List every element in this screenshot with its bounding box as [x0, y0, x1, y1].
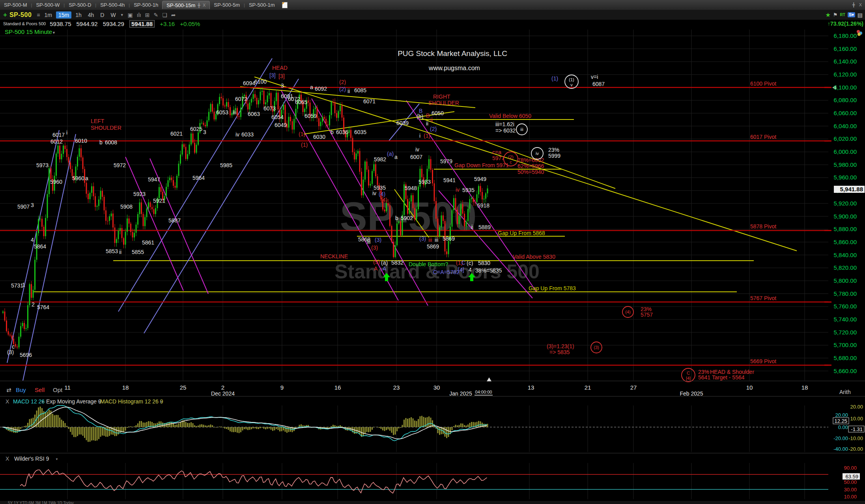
price-axis-label: 5,840.00 [834, 252, 857, 258]
annotation: 5887 [168, 217, 181, 224]
quote-last: 5941.88 [129, 20, 155, 28]
svg-text:▼: ▼ [97, 400, 101, 404]
pivot-label: 6017 Pivot [750, 134, 776, 140]
symbol-fullname: Standard & Poors 500 [0, 21, 50, 26]
svg-text:12.25: 12.25 [834, 418, 847, 424]
symbol-label[interactable]: SP-500 [9, 11, 35, 19]
annotation: 5918 [477, 202, 489, 209]
annotation: 5641 [698, 374, 710, 381]
annotation: Double Bottom? [409, 261, 448, 267]
annotation: Valid Below 6050 [489, 113, 531, 119]
tab-SP-500-1m[interactable]: SP-500-1m [245, 1, 279, 9]
timeframe-W[interactable]: W [108, 11, 118, 19]
annotation: 6025 [190, 126, 202, 132]
svg-text:▼: ▼ [41, 400, 44, 404]
tab-SP-500-D[interactable]: SP-500-D [65, 1, 95, 9]
tab-SP-500-4h[interactable]: SP-500-4h [96, 1, 129, 9]
annotation: 6092 [315, 86, 327, 92]
annotation: Valid Above 5830 [513, 254, 555, 260]
period-strip[interactable] [0, 501, 865, 504]
tab-SP-500-W[interactable]: SP-500-W [32, 1, 64, 9]
price-axis-label: 6,060.00 [834, 110, 857, 116]
macd-hist-axis-label: 20.00 [850, 404, 863, 410]
price-axis-label: 6,180.00 [834, 32, 857, 39]
annotation: b [331, 129, 334, 135]
tab-SP-500-M[interactable]: SP-500-M [0, 1, 31, 9]
annotation: (1) [424, 133, 430, 139]
price-axis-label: 5,860.00 [834, 239, 857, 245]
annotation: 6087 [592, 81, 605, 87]
timeframe-1m[interactable]: 1m [42, 11, 54, 19]
flag-icon[interactable]: ⚑ [833, 12, 838, 18]
price-axis-label: 5,780.00 [834, 290, 857, 297]
annotation: (1) [299, 131, 305, 137]
tab-SP-500-15m[interactable]: SP-500-15m╋X [162, 1, 210, 9]
annotation: 6071 [363, 98, 376, 105]
add-symbol-icon[interactable]: + [0, 11, 9, 19]
tab-move-icon[interactable]: ╋ [198, 3, 200, 8]
copy-pages-icon[interactable]: ❏ [160, 12, 169, 18]
chart-svg[interactable]: SP-500Standard & Poors 5006100 Pivot6017… [0, 0, 865, 504]
move-window-icon[interactable]: ╋ [852, 2, 855, 7]
quote-low: 5934.29 [103, 21, 129, 27]
annotation: 5960 [50, 179, 62, 185]
annotation: (2) [339, 79, 346, 85]
annotation: 5855 [132, 249, 144, 255]
annotation: 5764 [37, 304, 49, 310]
watchlist-icon[interactable]: ≡ [35, 12, 42, 18]
annotation: 4 [469, 267, 472, 273]
price-axis-label: 5,820.00 [834, 264, 857, 271]
chart-type-icon[interactable]: ▣ [126, 12, 135, 18]
annotation: 5832 [391, 259, 404, 266]
annotation: 5999 [548, 153, 560, 159]
timeframe-D[interactable]: D [98, 11, 106, 19]
annotation: C [461, 259, 465, 266]
timeframe-buttons: 1m15m1h4hDW [42, 11, 118, 19]
price-axis-label: 6,000.00 [834, 148, 857, 155]
new-note-icon[interactable] [282, 2, 288, 8]
share-icon[interactable]: ➦ [169, 12, 178, 18]
pivot-label: 6100 Pivot [750, 80, 776, 87]
draw-pencil-icon[interactable]: ✎ [151, 12, 160, 18]
annotation: 23% [548, 147, 559, 153]
timeframe-dropdown-icon[interactable]: ▼ [118, 13, 126, 17]
annotation: a [310, 84, 313, 90]
favorite-star-icon[interactable]: ★ [825, 11, 830, 19]
tab-close-icon[interactable]: X [203, 3, 206, 7]
tab-SP-500-1h[interactable]: SP-500-1h [130, 1, 162, 9]
close-window-icon[interactable]: X [859, 2, 862, 7]
annotation: 6085 [354, 87, 366, 93]
price-axis-label: 6,020.00 [834, 135, 857, 142]
svg-text:(2): (2) [508, 155, 513, 159]
annotation: b [99, 139, 103, 146]
calculator-icon[interactable]: ⊞ [143, 12, 152, 18]
timeframe-4h[interactable]: 4h [86, 11, 97, 19]
annotation: 6008 [105, 139, 117, 146]
charting-app: { "window": { "tabs": ["SP-500-M","SP-50… [0, 0, 865, 504]
annotation: 4 [31, 237, 34, 243]
annotation: (3) [7, 349, 14, 355]
annotation: A [374, 265, 378, 272]
rsi-close-button: X [6, 455, 9, 462]
annotation: iii [233, 109, 236, 116]
symbol-link-dropdown[interactable]: S▾ [848, 12, 855, 17]
annotation: i [66, 129, 67, 136]
annotation: (3) [419, 235, 426, 242]
annotation: (c) [467, 260, 473, 266]
annotation: (3) [375, 237, 381, 243]
annotation: 5861 [142, 239, 154, 246]
palette-icon[interactable] [857, 30, 862, 36]
annotation: 38%=5835 [475, 267, 502, 274]
timeframe-15m[interactable]: 15m [56, 11, 71, 19]
price-axis-label: 5,920.00 [834, 200, 857, 207]
save-icon[interactable]: ▤ [858, 12, 863, 18]
annotation: 6010 [75, 138, 87, 144]
annotation: (4) [381, 197, 387, 203]
annotation: NECKLINE [320, 253, 348, 259]
volume-bars-icon[interactable]: ılı [135, 12, 143, 18]
timeframe-1h[interactable]: 1h [73, 11, 84, 19]
tab-SP-500-5m[interactable]: SP-500-5m [210, 1, 244, 9]
price-axis-label: 6,120.00 [834, 71, 857, 78]
annotation: Gap Up From 5783 [529, 285, 576, 291]
macd-indicator-label: Exp Moving Average 9 [46, 398, 101, 405]
